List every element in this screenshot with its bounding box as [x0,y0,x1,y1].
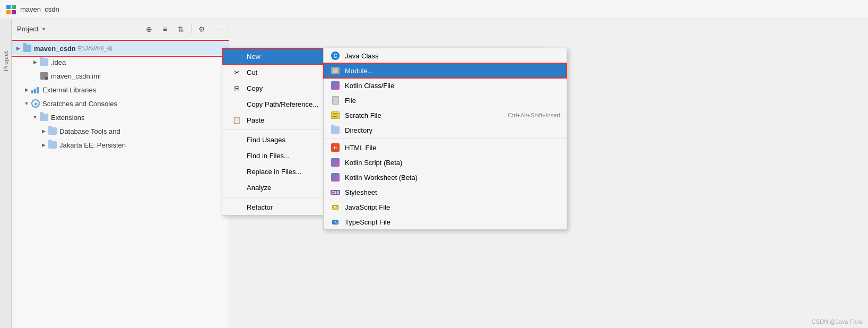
submenu-item-kotlinscript[interactable]: Kotlin Script (Beta) [324,155,567,170]
extlibs-label: External Libraries [42,86,96,94]
submenu: C Java Class Module... Kotlin Class/File [323,48,567,230]
collapse-button[interactable]: ≡ [159,23,171,35]
root-folder-icon [22,44,32,53]
module-label: Module... [345,67,560,75]
tree-item-jakarta[interactable]: ▶ Jakarta EE: Persisten [12,138,229,152]
root-path: E:\JAVA\9_框 [78,45,113,53]
copy-icon: ⎘ [231,82,242,94]
kotlinworksheet-label: Kotlin Worksheet (Beta) [345,174,560,182]
submenu-item-javaclass[interactable]: C Java Class [324,48,567,63]
submenu-item-kotlinworksheet[interactable]: Kotlin Worksheet (Beta) [324,170,567,185]
minimize-button[interactable]: — [212,23,223,35]
project-panel: Project ▾ ⊕ ≡ ⇅ ⚙ — ▶ maven_csdn E:\JAVA… [12,19,229,328]
submenu-item-module[interactable]: Module... [324,63,567,78]
jakarta-chevron-icon: ▶ [39,141,48,149]
panel-header: Project ▾ ⊕ ≡ ⇅ ⚙ — [12,19,229,39]
tree-item-dbtools[interactable]: ▶ Database Tools and [12,124,229,138]
copypath-icon [231,98,242,110]
replaceinfiles-icon [231,166,242,177]
settings-button[interactable]: ⚙ [196,23,207,35]
file-label: File [345,97,560,105]
svg-rect-3 [12,10,16,14]
svg-rect-2 [6,10,11,14]
javaclass-label: Java Class [345,52,560,60]
main-layout: Project Project ▾ ⊕ ≡ ⇅ ⚙ — ▶ maven_csdn… [0,19,868,328]
extensions-chevron-icon: ▼ [31,113,39,122]
javaclass-icon: C [330,50,341,61]
dbtools-label: Database Tools and [59,127,120,135]
submenu-sep1 [324,139,567,139]
idea-folder-icon [39,57,49,67]
jsfile-label: JavaScript File [345,203,560,211]
stylesheet-label: Stylesheet [345,188,560,196]
jakarta-label: Jakarta EE: Persisten [59,141,126,149]
dbtools-chevron-icon: ▶ [39,127,48,135]
iml-label: maven_csdn.iml [51,72,101,80]
idea-chevron-icon: ▶ [31,58,39,66]
tree-item-scratches[interactable]: ▼ ◉ Scratches and Consoles [12,97,229,110]
kotlinfile-label: Kotlin Class/File [345,82,560,90]
submenu-item-htmlfile[interactable]: H HTML File [324,140,567,155]
dropdown-arrow-icon[interactable]: ▾ [42,26,45,32]
project-tree: ▶ maven_csdn E:\JAVA\9_框 ▶ .idea [12,39,229,328]
scratchfile-label: Scratch File [345,111,508,119]
submenu-item-kotlinfile[interactable]: Kotlin Class/File [324,78,567,93]
paste-icon: 📋 [231,114,242,126]
kotlinfile-icon [330,80,341,91]
side-tab-label: Project [3,51,9,71]
scratches-icon: ◉ [31,99,40,108]
tree-item-iml[interactable]: maven_csdn.iml [12,69,229,83]
directory-label: Directory [345,126,560,134]
directory-icon [330,125,341,135]
refactor-icon [231,201,242,213]
svg-rect-1 [12,5,16,9]
idea-label: .idea [51,58,66,66]
svg-rect-0 [6,5,11,9]
module-icon [330,65,341,76]
app-icon [6,5,16,14]
tree-root-item[interactable]: ▶ maven_csdn E:\JAVA\9_框 [12,41,229,55]
toolbar-divider [191,25,192,33]
expand-button[interactable]: ⇅ [175,23,187,35]
root-chevron-icon: ▶ [14,44,22,53]
iml-file-icon [39,71,49,81]
analyze-icon [231,182,242,193]
extensions-folder-icon [39,113,49,122]
scratches-chevron-icon: ▼ [22,99,31,108]
tsfile-label: TypeScript File [345,218,560,226]
submenu-item-file[interactable]: File [324,93,567,108]
jsfile-icon: JS [330,202,341,212]
side-tab[interactable]: Project [0,19,12,328]
title-bar: maven_csdn [0,0,868,19]
kotlinscript-icon [330,157,341,168]
tsfile-icon: TS [330,217,341,227]
htmlfile-icon: H [330,142,341,153]
window-title: maven_csdn [20,5,59,13]
file-icon [330,95,341,106]
tree-item-external-libs[interactable]: ▶ External Libraries [12,83,229,97]
locate-button[interactable]: ⊕ [143,23,155,35]
kotlinworksheet-icon [330,172,341,183]
submenu-item-directory[interactable]: Directory [324,123,567,137]
submenu-item-stylesheet[interactable]: CSS Stylesheet [324,185,567,200]
dbtools-folder-icon [48,126,57,136]
tree-item-extensions[interactable]: ▼ Extensions [12,110,229,124]
new-icon [231,50,242,62]
findusages-icon [231,134,242,145]
jakarta-folder-icon [48,140,57,150]
scratches-label: Scratches and Consoles [42,100,117,108]
extensions-label: Extensions [51,114,85,122]
tree-item-idea[interactable]: ▶ .idea [12,55,229,69]
findinfiles-icon [231,150,242,161]
panel-title: Project [17,25,38,33]
submenu-item-jsfile[interactable]: JS JavaScript File [324,200,567,214]
submenu-item-tsfile[interactable]: TS TypeScript File [324,214,567,229]
extlibs-icon [31,85,40,94]
submenu-item-scratchfile[interactable]: Scratch File Ctrl+Alt+Shift+Insert [324,108,567,123]
stylesheet-icon: CSS [330,187,341,197]
root-label: maven_csdn [34,45,76,53]
cut-icon: ✂ [231,66,242,78]
scratchfile-icon [330,110,341,120]
scratchfile-shortcut: Ctrl+Alt+Shift+Insert [508,112,560,118]
watermark: CSDN @Java Faris [812,318,863,325]
